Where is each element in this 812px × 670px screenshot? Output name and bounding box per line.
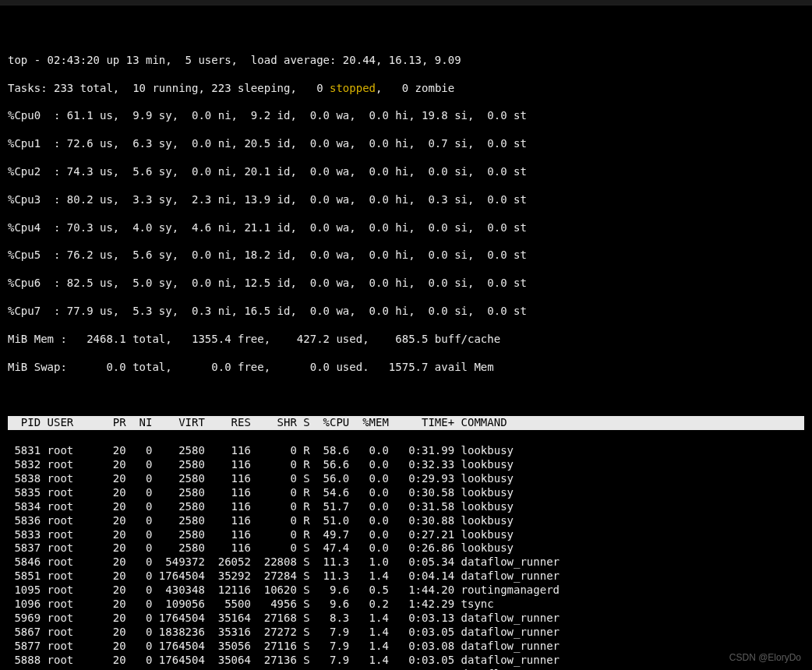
process-row[interactable]: 5834 root 20 0 2580 116 0 R 51.7 0.0 0:3… [8,500,804,514]
cpu5-line: %Cpu5 : 76.2 us, 5.6 sy, 0.0 ni, 18.2 id… [8,249,804,263]
cpu4-line: %Cpu4 : 70.3 us, 4.0 sy, 4.6 ni, 21.1 id… [8,221,804,235]
summary-time-uptime: top - 02:43:20 up 13 min, 5 users, load … [8,54,461,66]
column-headers: PID USER PR NI VIRT RES SHR S %CPU %MEM … [8,416,804,430]
terminal-screen[interactable]: top - 02:43:20 up 13 min, 5 users, load … [0,5,812,670]
window-titlebar [0,0,812,5]
top-summary-line: top - 02:43:20 up 13 min, 5 users, load … [8,54,804,68]
process-row[interactable]: 5846 root 20 0 549372 26052 22808 S 11.3… [8,555,804,570]
process-row[interactable]: 5832 root 20 0 2580 116 0 R 56.6 0.0 0:3… [8,458,804,472]
process-row[interactable]: 5851 root 20 0 1764504 35292 27284 S 11.… [8,570,804,584]
process-table-body: 5831 root 20 0 2580 116 0 R 58.6 0.0 0:3… [8,444,804,670]
column-headers-text: PID USER PR NI VIRT RES SHR S %CPU %MEM … [8,416,804,430]
process-row[interactable]: 5888 root 20 0 1764504 35064 27136 S 7.9… [8,654,804,668]
cpu1-line: %Cpu1 : 72.6 us, 6.3 sy, 0.0 ni, 20.5 id… [8,137,804,151]
process-row[interactable]: 5972 root 20 0 1838236 35332 27240 S 7.9… [8,668,804,670]
swap-line: MiB Swap: 0.0 total, 0.0 free, 0.0 used.… [8,361,804,375]
process-row[interactable]: 5969 root 20 0 1764504 35164 27168 S 8.3… [8,612,804,626]
cpu3-line: %Cpu3 : 80.2 us, 3.3 sy, 2.3 ni, 13.9 id… [8,193,804,207]
process-row[interactable]: 5867 root 20 0 1838236 35316 27272 S 7.9… [8,626,804,640]
stopped-token: stopped [330,82,376,94]
cpu6-line: %Cpu6 : 82.5 us, 5.0 sy, 0.0 ni, 12.5 id… [8,277,804,291]
cpu2-line: %Cpu2 : 74.3 us, 5.6 sy, 0.0 ni, 20.1 id… [8,165,804,179]
cpu0-line: %Cpu0 : 61.1 us, 9.9 sy, 0.0 ni, 9.2 id,… [8,109,804,123]
mem-line: MiB Mem : 2468.1 total, 1355.4 free, 427… [8,333,804,347]
blank-line [8,388,804,402]
process-row[interactable]: 5836 root 20 0 2580 116 0 R 51.0 0.0 0:3… [8,514,804,528]
tasks-line: Tasks: 233 total, 10 running, 223 sleepi… [8,82,804,96]
source-watermark: CSDN @EloryDo [729,652,801,664]
process-row[interactable]: 5835 root 20 0 2580 116 0 R 54.6 0.0 0:3… [8,486,804,500]
process-row[interactable]: 5833 root 20 0 2580 116 0 R 49.7 0.0 0:2… [8,528,804,542]
process-row[interactable]: 1096 root 20 0 109056 5500 4956 S 9.6 0.… [8,598,804,612]
process-row[interactable]: 5877 root 20 0 1764504 35056 27116 S 7.9… [8,640,804,654]
cpu7-line: %Cpu7 : 77.9 us, 5.3 sy, 0.3 ni, 16.5 id… [8,305,804,319]
process-row[interactable]: 5831 root 20 0 2580 116 0 R 58.6 0.0 0:3… [8,444,804,458]
process-row[interactable]: 1095 root 20 0 430348 12116 10620 S 9.6 … [8,584,804,598]
process-row[interactable]: 5838 root 20 0 2580 116 0 S 56.0 0.0 0:2… [8,472,804,486]
process-row[interactable]: 5837 root 20 0 2580 116 0 S 47.4 0.0 0:2… [8,541,804,555]
